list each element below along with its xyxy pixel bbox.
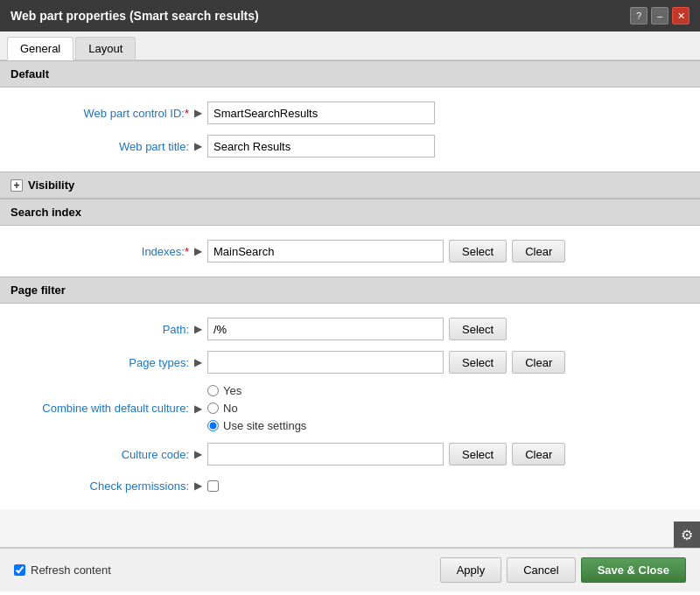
minimize-button[interactable]: –: [651, 7, 668, 24]
label-control-id: Web part control ID:*: [10, 107, 194, 120]
tab-general[interactable]: General: [7, 37, 74, 60]
culture-code-input[interactable]: [207, 443, 444, 466]
help-button[interactable]: ?: [630, 7, 648, 24]
culture-code-clear-button[interactable]: Clear: [512, 443, 565, 466]
title-bar: Web part properties (Smart search result…: [0, 0, 700, 32]
form-row-check-permissions: Check permissions: ▶: [0, 471, 700, 500]
save-close-button[interactable]: Save & Close: [581, 557, 686, 583]
refresh-content-label: Refresh content: [31, 564, 111, 577]
radio-site-settings-input[interactable]: [207, 420, 219, 431]
page-types-input[interactable]: [207, 351, 444, 374]
control-id-input[interactable]: [207, 102, 435, 124]
form-row-control-id: Web part control ID:* ▶: [0, 96, 700, 130]
section-search-index-header: Search index: [0, 199, 700, 226]
dialog-title: Web part properties (Smart search result…: [10, 9, 259, 23]
section-page-filter-body: Path: ▶ Select Page types: ▶ Select Clea…: [0, 304, 700, 509]
radio-yes-item[interactable]: Yes: [207, 384, 306, 397]
form-row-indexes: Indexes:* ▶ Select Clear: [0, 234, 700, 268]
radio-yes-input[interactable]: [207, 385, 219, 396]
section-search-index-label: Search index: [10, 206, 81, 219]
section-page-filter-header: Page filter: [0, 276, 700, 304]
arrow-icon-7: ▶: [194, 448, 202, 460]
section-page-filter-label: Page filter: [10, 284, 66, 297]
page-types-control: Select Clear: [207, 351, 690, 374]
combine-culture-control: Yes No Use site settings: [207, 384, 690, 432]
indexes-control: Select Clear: [207, 240, 690, 262]
section-default-body: Web part control ID:* ▶ Web part title: …: [0, 88, 700, 172]
section-default-header: Default: [0, 60, 700, 88]
check-permissions-control: [207, 480, 690, 492]
arrow-icon-2: ▶: [194, 140, 202, 152]
bottom-bar: Refresh content Apply Cancel Save & Clos…: [0, 548, 700, 592]
arrow-icon-8: ▶: [194, 480, 202, 492]
indexes-select-button[interactable]: Select: [449, 240, 507, 262]
form-row-title: Web part title: ▶: [0, 130, 700, 163]
radio-site-settings-item[interactable]: Use site settings: [207, 419, 306, 432]
radio-no-label: No: [223, 402, 238, 415]
apply-button[interactable]: Apply: [440, 557, 502, 583]
gear-icon[interactable]: ⚙: [674, 522, 700, 548]
label-combine-culture: Combine with default culture:: [10, 402, 194, 415]
title-control: [207, 135, 690, 158]
radio-no-input[interactable]: [207, 402, 219, 414]
section-search-index-body: Indexes:* ▶ Select Clear: [0, 226, 700, 276]
section-visibility-header[interactable]: + Visibility: [0, 172, 700, 199]
combine-culture-radio-group: Yes No Use site settings: [207, 384, 306, 432]
indexes-input[interactable]: [207, 240, 444, 262]
label-title: Web part title:: [10, 140, 194, 153]
radio-site-settings-label: Use site settings: [223, 419, 306, 432]
check-permissions-checkbox[interactable]: [207, 480, 219, 492]
control-id-control: [207, 102, 690, 124]
cancel-button[interactable]: Cancel: [507, 557, 575, 583]
arrow-icon-3: ▶: [194, 245, 202, 257]
path-input[interactable]: [207, 318, 444, 340]
page-types-clear-button[interactable]: Clear: [512, 351, 565, 374]
tab-bar: General Layout: [0, 32, 700, 60]
page-types-select-button[interactable]: Select: [449, 351, 507, 374]
arrow-icon-6: ▶: [194, 402, 202, 415]
radio-yes-label: Yes: [223, 384, 242, 397]
close-button[interactable]: ✕: [672, 7, 690, 24]
arrow-icon-5: ▶: [194, 356, 202, 368]
title-bar-controls: ? – ✕: [630, 7, 690, 24]
label-indexes: Indexes:*: [10, 245, 194, 258]
culture-code-control: Select Clear: [207, 443, 690, 466]
visibility-expand-icon[interactable]: +: [10, 179, 23, 192]
form-row-path: Path: ▶ Select: [0, 312, 700, 346]
refresh-content-checkbox[interactable]: [14, 564, 25, 576]
arrow-icon-4: ▶: [194, 323, 202, 335]
refresh-content-check: Refresh content: [14, 564, 111, 577]
indexes-clear-button[interactable]: Clear: [512, 240, 565, 262]
action-buttons: Apply Cancel Save & Close: [440, 557, 686, 583]
section-visibility-label: Visibility: [28, 178, 74, 192]
form-row-combine-culture: Combine with default culture: ▶ Yes No: [0, 379, 700, 438]
path-select-button[interactable]: Select: [449, 318, 507, 340]
section-default-label: Default: [10, 67, 49, 80]
tab-layout[interactable]: Layout: [75, 37, 136, 60]
title-input[interactable]: [207, 135, 435, 158]
form-row-page-types: Page types: ▶ Select Clear: [0, 346, 700, 379]
label-check-permissions: Check permissions:: [10, 480, 194, 493]
arrow-icon: ▶: [194, 107, 202, 119]
radio-no-item[interactable]: No: [207, 402, 306, 415]
label-path: Path:: [10, 323, 194, 336]
form-row-culture-code: Culture code: ▶ Select Clear: [0, 438, 700, 471]
culture-code-select-button[interactable]: Select: [449, 443, 507, 466]
label-culture-code: Culture code:: [10, 448, 194, 461]
content-area: Default Web part control ID:* ▶ Web part…: [0, 60, 700, 548]
label-page-types: Page types:: [10, 356, 194, 369]
path-control: Select: [207, 318, 690, 340]
